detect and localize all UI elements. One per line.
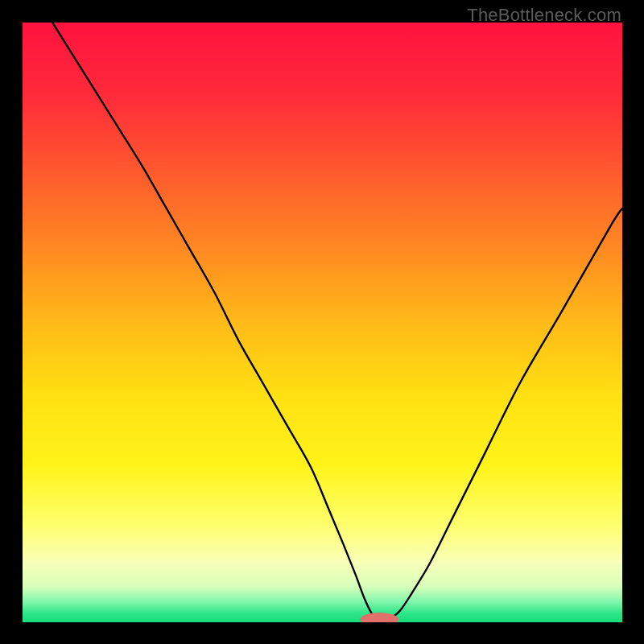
gradient-background <box>23 23 622 622</box>
chart-container: TheBottleneck.com <box>0 0 644 644</box>
chart-svg <box>23 23 622 622</box>
plot-area <box>23 23 622 622</box>
